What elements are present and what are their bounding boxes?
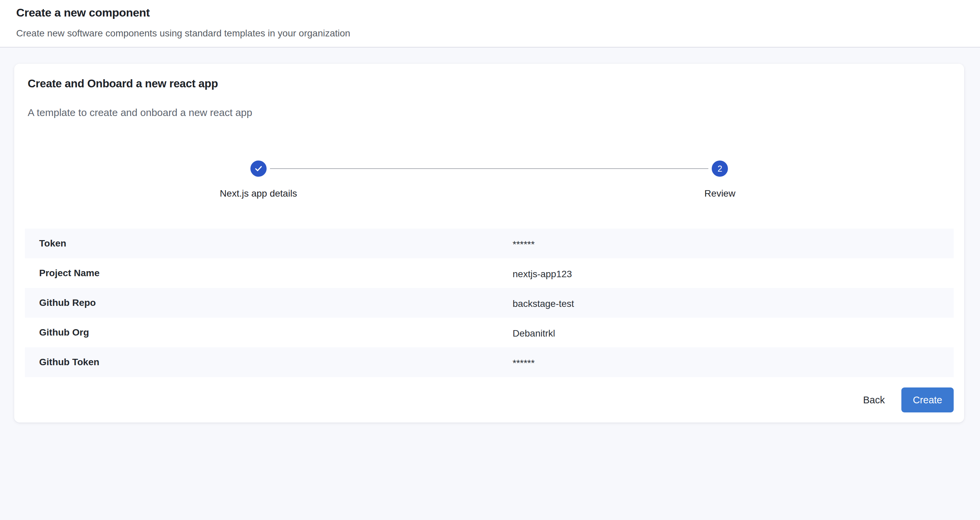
row-value: backstage-test <box>512 297 574 309</box>
wizard-actions: Back Create <box>14 387 964 412</box>
page-title: Create a new component <box>16 5 964 19</box>
review-table: Token ****** Project Name nextjs-app123 … <box>25 228 954 377</box>
template-wizard-card: Create and Onboard a new react app A tem… <box>14 64 964 423</box>
check-icon <box>250 160 267 177</box>
step-review[interactable]: 2 Review <box>489 160 951 200</box>
create-button[interactable]: Create <box>901 387 954 412</box>
table-row: Github Org Debanitrkl <box>25 318 954 347</box>
page-header: Create a new component Create new softwa… <box>0 0 980 48</box>
row-value: nextjs-app123 <box>512 267 572 279</box>
row-label: Github Token <box>25 357 512 368</box>
page-subtitle: Create new software components using sta… <box>16 28 964 39</box>
step-number-icon: 2 <box>712 160 728 177</box>
table-row: Github Repo backstage-test <box>25 288 954 318</box>
step-label: Review <box>704 187 735 200</box>
card-title: Create and Onboard a new react app <box>28 77 951 90</box>
row-label: Token <box>25 238 512 249</box>
step-nextjs-app-details[interactable]: Next.js app details <box>28 160 489 200</box>
back-button[interactable]: Back <box>853 388 894 412</box>
row-value: Debanitrkl <box>512 327 555 339</box>
main-area: Create and Onboard a new react app A tem… <box>0 48 980 423</box>
row-value: ****** <box>512 356 535 369</box>
card-subtitle: A template to create and onboard a new r… <box>28 106 951 119</box>
row-label: Github Repo <box>25 297 512 308</box>
step-label: Next.js app details <box>220 187 297 200</box>
stepper: Next.js app details 2 Review <box>28 160 951 200</box>
table-row: Github Token ****** <box>25 347 954 377</box>
table-row: Token ****** <box>25 228 954 258</box>
row-label: Github Org <box>25 327 512 338</box>
stepper-connector <box>270 168 709 169</box>
table-row: Project Name nextjs-app123 <box>25 258 954 288</box>
row-label: Project Name <box>25 268 512 279</box>
row-value: ****** <box>512 238 535 250</box>
